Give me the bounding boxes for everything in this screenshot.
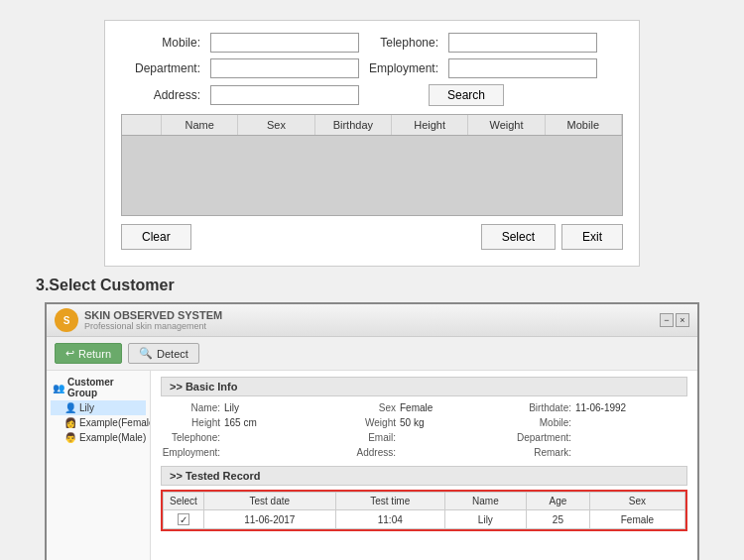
app-main: 👥 Customer Group 👤 Lily 👩 Example(Female… [47,371,697,560]
content-area: >> Basic Info Name: Lily Sex Female Birt… [151,371,697,560]
th-sex: Sex [238,115,314,135]
th-name: Name [162,115,238,135]
return-button[interactable]: ↩ Return [55,343,122,364]
group-icon: 👥 [53,383,64,393]
clear-button[interactable]: Clear [121,224,191,250]
app-title: SKIN OBSERVED SYSTEM [84,309,222,321]
record-sex-0: Female [589,510,684,529]
info-email-row: Email: [336,432,512,443]
exit-button[interactable]: Exit [561,224,623,250]
return-label: Return [78,348,111,360]
dept-info-label: Department: [512,432,571,443]
info-name-row: Name: Lily [161,402,336,413]
department-label: Department: [121,61,200,75]
bottom-buttons: Clear Select Exit [121,224,623,250]
th-record-sex: Sex [589,493,684,510]
return-icon: ↩ [65,347,74,360]
titlebar-controls: − × [660,313,689,327]
sex-value: Female [400,402,433,413]
sidebar-group-label: 👥 Customer Group [51,375,146,400]
sidebar-item-label-male: Example(Male) [79,432,146,443]
person-icon-female: 👩 [64,417,76,428]
th-height: Height [392,115,468,135]
telephone-input[interactable] [448,33,597,53]
app-title-text-group: SKIN OBSERVED SYSTEM Professional skin m… [84,309,222,331]
record-test-time-0: 11:04 [335,510,444,529]
record-table: Select Test date Test time Name Age Sex [163,492,685,529]
app-window: S SKIN OBSERVED SYSTEM Professional skin… [45,302,699,560]
app-toolbar: ↩ Return 🔍 Detect [47,337,697,371]
record-row-0[interactable]: ✓ 11-06-2017 11:04 Lily 25 Female [164,510,685,529]
record-checkbox-0[interactable]: ✓ [164,510,204,529]
info-height-row: Height 165 cm [161,417,336,428]
employment-input[interactable] [448,58,597,78]
th-birthday: Birthday [315,115,392,135]
close-button[interactable]: × [676,313,689,327]
height-label: Height [161,417,220,428]
search-dialog: Mobile: Telephone: Department: Employmen… [104,20,640,267]
results-table: Name Sex Birthday Height Weight Mobile [121,114,623,216]
name-value: Lily [224,402,239,413]
form-row-mobile-telephone: Mobile: Telephone: [121,33,623,53]
address-label: Address: [121,88,200,102]
department-input[interactable] [210,58,359,78]
telephone-info-label: Telephone: [161,432,220,443]
tested-record-title: >> Tested Record [161,466,687,486]
th-age: Age [527,493,590,510]
info-telephone-row: Telephone: [161,432,336,443]
th-test-time: Test time [335,493,444,510]
table-header: Name Sex Birthday Height Weight Mobile [122,115,622,136]
th-mobile: Mobile [546,115,622,135]
th-record-name: Name [444,493,526,510]
app-titlebar: S SKIN OBSERVED SYSTEM Professional skin… [47,304,697,337]
weight-label: Weight [336,417,396,428]
address-info-label: Address: [336,447,396,458]
remark-label: Remark: [512,447,571,458]
minimize-button[interactable]: − [660,313,674,327]
address-input[interactable] [210,85,359,105]
select-button[interactable]: Select [481,224,556,250]
height-value: 165 cm [224,417,257,428]
mobile-info-label: Mobile: [512,417,571,428]
basic-info-title: >> Basic Info [161,377,687,396]
info-mobile-row: Mobile: [512,417,687,428]
record-table-head: Select Test date Test time Name Age Sex [164,493,685,510]
sidebar-group: 👥 Customer Group 👤 Lily 👩 Example(Female… [51,375,146,445]
th-weight: Weight [468,115,545,135]
right-buttons: Select Exit [481,224,623,250]
record-table-wrapper: Select Test date Test time Name Age Sex [161,490,687,531]
person-icon-male: 👨 [64,432,76,443]
info-birthdate-row: Birthdate: 11-06-1992 [512,402,687,413]
record-age-0: 25 [527,510,590,529]
th-empty [122,115,162,135]
employment-info-label: Employment: [161,447,220,458]
birthdate-value: 11-06-1992 [575,402,626,413]
record-name-0: Lily [444,510,526,529]
detect-button[interactable]: 🔍 Detect [128,343,199,364]
form-row-address-search: Address: Search [121,84,623,106]
detect-label: Detect [157,348,188,360]
birthdate-label: Birthdate: [512,402,571,413]
app-title-left: S SKIN OBSERVED SYSTEM Professional skin… [55,308,222,332]
info-employment-row: Employment: [161,447,336,458]
app-logo: S [55,308,78,332]
info-sex-row: Sex Female [336,402,512,413]
person-icon-lily: 👤 [64,402,76,413]
record-table-body: ✓ 11-06-2017 11:04 Lily 25 Female [164,510,685,529]
search-button[interactable]: Search [429,84,504,106]
sidebar-item-label-female: Example(Female) [79,417,151,428]
group-label: Customer Group [67,377,144,398]
telephone-label: Telephone: [369,36,438,50]
name-label: Name: [161,402,220,413]
basic-info-grid: Name: Lily Sex Female Birthdate: 11-06-1… [161,402,687,458]
checked-icon: ✓ [178,513,189,525]
sidebar-item-label-lily: Lily [79,402,94,413]
sidebar-item-female[interactable]: 👩 Example(Female) [51,415,146,430]
record-header-row: Select Test date Test time Name Age Sex [164,493,685,510]
mobile-input[interactable] [210,33,359,53]
info-weight-row: Weight 50 kg [336,417,512,428]
mobile-label: Mobile: [121,36,200,50]
sidebar-item-lily[interactable]: 👤 Lily [51,400,146,415]
th-test-date: Test date [203,493,335,510]
sidebar-item-male[interactable]: 👨 Example(Male) [51,430,146,445]
